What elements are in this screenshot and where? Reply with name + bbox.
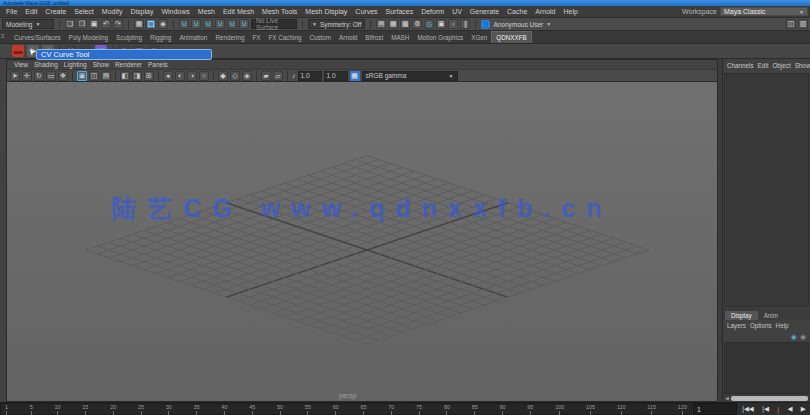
time-slider[interactable]: 1510152025303540455055606570758085909510…: [0, 403, 692, 415]
toolbar-icon[interactable]: ◫: [89, 71, 99, 81]
toolbar-icon[interactable]: ⊞: [144, 71, 154, 81]
layer-editor-tab[interactable]: Anim: [758, 311, 784, 320]
toolbar-icon[interactable]: ○: [199, 71, 209, 81]
shelf-tab[interactable]: Rendering: [211, 32, 248, 43]
viewport-menu-item[interactable]: View: [11, 61, 31, 68]
viewport-canvas[interactable]: 陆艺CG www.qdnxxfb.cn persp: [7, 82, 717, 401]
status-icon[interactable]: ❏: [65, 19, 75, 29]
menubar-item[interactable]: UV: [448, 8, 466, 15]
menubar-item[interactable]: Mesh: [194, 8, 219, 15]
toolbar-icon[interactable]: ◐: [175, 71, 185, 81]
menubar-item[interactable]: Select: [70, 8, 97, 15]
menubar-item[interactable]: Create: [41, 8, 70, 15]
menubar-item[interactable]: Edit Mesh: [219, 8, 258, 15]
shelf-tab[interactable]: Curves/Surfaces: [10, 32, 65, 43]
status-icon[interactable]: ‹: [448, 19, 458, 29]
status-icon[interactable]: ◈: [158, 19, 168, 29]
status-icon[interactable]: ∪: [191, 19, 201, 29]
color-management-icon[interactable]: ▦: [350, 71, 360, 81]
viewport-menu-item[interactable]: Show: [90, 61, 112, 68]
menubar-item[interactable]: Curves: [351, 8, 381, 15]
viewport-menu-item[interactable]: Lighting: [61, 61, 90, 68]
gamma-field[interactable]: 1.0: [324, 71, 348, 81]
status-icon[interactable]: ▣: [89, 19, 99, 29]
toolbar-icon[interactable]: ↻: [34, 71, 44, 81]
channel-box-menu-item[interactable]: Channels: [725, 62, 756, 69]
status-icon[interactable]: ∥: [460, 19, 470, 29]
shelf-tab[interactable]: Custom: [305, 32, 335, 43]
menubar-item[interactable]: Windows: [157, 8, 193, 15]
shelf-tab[interactable]: Sculpting: [112, 32, 146, 43]
playback-button[interactable]: |◀◀: [742, 405, 754, 413]
shelf-tab[interactable]: Motion Graphics: [413, 32, 467, 43]
live-surface-field[interactable]: No Live Surface: [251, 19, 297, 29]
viewport-menu-item[interactable]: Shading: [31, 61, 61, 68]
shelf-tab[interactable]: Poly Modeling: [65, 32, 113, 43]
audio-icon[interactable]: ♪: [292, 72, 296, 79]
menubar-item[interactable]: Surfaces: [382, 8, 418, 15]
toolbar-icon[interactable]: ➤: [10, 71, 20, 81]
status-icon[interactable]: ▥: [798, 19, 808, 29]
status-icon[interactable]: ▤: [376, 19, 386, 29]
status-icon[interactable]: ▦: [134, 19, 144, 29]
playback-button[interactable]: ▶: [801, 405, 806, 413]
shelf-tab[interactable]: FX: [248, 32, 264, 43]
toolbar-icon[interactable]: ▤: [101, 71, 111, 81]
menubar-item[interactable]: Generate: [466, 8, 503, 15]
menubar-item[interactable]: Help: [560, 8, 582, 15]
account-dropdown[interactable]: 👤 Anonymous User ▼: [481, 20, 551, 29]
layer-editor-tab[interactable]: Display: [725, 311, 758, 320]
status-icon[interactable]: ∪: [203, 19, 213, 29]
symmetry-dropdown[interactable]: ▼ Symmetry: Off: [308, 19, 365, 29]
playback-button[interactable]: |: [777, 406, 779, 413]
menubar-item[interactable]: Display: [126, 8, 157, 15]
toolbar-icon[interactable]: ▭: [46, 71, 56, 81]
menubar-item[interactable]: Mesh Display: [301, 8, 351, 15]
menubar-item[interactable]: Deform: [417, 8, 448, 15]
toolbar-icon[interactable]: ◆: [218, 71, 228, 81]
channel-box-menu-item[interactable]: Show: [793, 62, 810, 69]
shelf-tab[interactable]: Rigging: [146, 32, 175, 43]
layer-editor-menu-item[interactable]: Help: [774, 322, 791, 329]
viewport-menu-item[interactable]: Renderer: [112, 61, 145, 68]
shelf-button[interactable]: ▬: [12, 45, 24, 57]
toolbar-icon[interactable]: ◨: [132, 71, 142, 81]
shelf-menu-icon[interactable]: ≡: [1, 33, 5, 39]
scrollbar-thumb[interactable]: [731, 396, 808, 401]
exposure-field[interactable]: 1.0: [298, 71, 322, 81]
toolbar-icon[interactable]: ✛: [22, 71, 32, 81]
status-icon[interactable]: ▢: [146, 19, 156, 29]
channel-box-menu-item[interactable]: Edit: [756, 62, 771, 69]
toolbar-icon[interactable]: ◇: [230, 71, 240, 81]
menubar-item[interactable]: Mesh Tools: [258, 8, 301, 15]
status-icon[interactable]: ⚙: [412, 19, 422, 29]
menubar-item[interactable]: Edit: [21, 8, 41, 15]
status-icon[interactable]: G: [424, 19, 434, 29]
viewport-menu-item[interactable]: Panels: [145, 61, 171, 68]
toolbar-icon[interactable]: ●: [163, 71, 173, 81]
status-icon[interactable]: ∪: [215, 19, 225, 29]
layer-icon[interactable]: ◉: [791, 333, 797, 341]
status-icon[interactable]: ∪: [227, 19, 237, 29]
status-icon[interactable]: ↶: [101, 19, 111, 29]
toolbar-icon[interactable]: ❖: [58, 71, 68, 81]
shelf-tab[interactable]: QDNXXFB: [491, 31, 531, 43]
status-icon[interactable]: ▦: [388, 19, 398, 29]
shelf-tab[interactable]: Animation: [175, 32, 211, 43]
toolbar-icon[interactable]: ▰: [261, 71, 271, 81]
menubar-item[interactable]: File: [2, 8, 21, 15]
status-icon[interactable]: ▩: [400, 19, 410, 29]
status-icon[interactable]: ∪: [239, 19, 249, 29]
shelf-tab[interactable]: Bifrost: [361, 32, 387, 43]
playback-button[interactable]: |◀: [762, 405, 769, 413]
view-transform-dropdown[interactable]: sRGB gamma ▼: [362, 71, 458, 81]
layer-list[interactable]: [724, 342, 809, 394]
status-icon[interactable]: ↷: [113, 19, 123, 29]
shelf-tab[interactable]: FX Caching: [265, 32, 306, 43]
toolbar-icon[interactable]: ▱: [273, 71, 283, 81]
status-icon[interactable]: ❐: [77, 19, 87, 29]
menubar-item[interactable]: Cache: [503, 8, 531, 15]
layer-editor-menu-item[interactable]: Layers: [725, 322, 748, 329]
toolbar-icon[interactable]: ◧: [120, 71, 130, 81]
status-icon[interactable]: ▣: [436, 19, 446, 29]
